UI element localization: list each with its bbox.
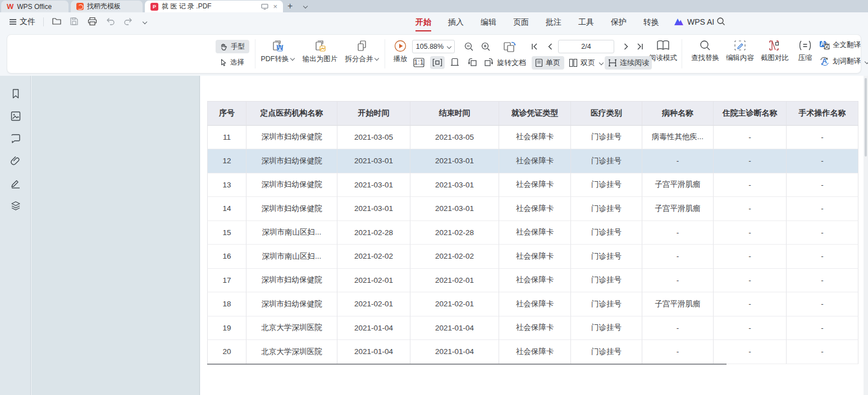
more-actions-chevron-icon[interactable] — [143, 20, 147, 24]
rotate-right-icon[interactable] — [483, 57, 495, 67]
wps-ai-button[interactable]: WPS AI — [674, 12, 714, 31]
continuous-read-button[interactable]: 连续阅读 — [605, 56, 652, 70]
table-cell: 社会保障卡 — [499, 269, 571, 293]
thumbnail-icon[interactable] — [10, 111, 21, 122]
export-image-button[interactable]: 输出为图片 — [299, 39, 341, 64]
navigation-panel[interactable] — [31, 76, 200, 395]
table-cell: 社会保障卡 — [499, 340, 571, 364]
table-cell: 2021-02-28 — [337, 221, 410, 245]
first-page-icon[interactable] — [531, 43, 538, 50]
ribbon-tab-页面[interactable]: 页面 — [513, 12, 529, 31]
table-cell: 社会保障卡 — [499, 292, 571, 316]
fit-width-icon[interactable] — [430, 56, 445, 69]
table-cell: 2021-03-01 — [337, 173, 410, 198]
chevron-down-icon — [865, 59, 868, 63]
new-tab-button[interactable]: + — [287, 0, 293, 12]
scrollbar-thumb[interactable] — [865, 78, 867, 157]
table-cell: - — [714, 245, 787, 269]
rotate-pages-icon[interactable] — [502, 40, 517, 53]
ribbon-tab-工具[interactable]: 工具 — [578, 12, 594, 31]
word-translate-button[interactable]: A 划词翻译 — [819, 57, 868, 66]
signature-icon[interactable] — [10, 178, 21, 189]
fit-page-icon[interactable] — [450, 58, 460, 66]
bookmark-icon[interactable] — [10, 88, 21, 99]
tab-wps-office[interactable]: W WPS Office — [1, 1, 68, 12]
table-cell: - — [714, 173, 787, 198]
docer-logo-icon — [76, 3, 84, 10]
ribbon-tab-批注[interactable]: 批注 — [546, 12, 561, 31]
screenshot-compare-button[interactable]: 截图对比 — [757, 39, 792, 63]
double-page-label: 双页 — [581, 58, 595, 68]
table-cell: - — [714, 126, 787, 150]
comment-icon[interactable] — [10, 133, 21, 144]
edit-content-label: 编辑内容 — [726, 53, 754, 63]
table-cell: 2021-03-01 — [410, 197, 499, 221]
open-file-icon[interactable] — [52, 17, 62, 27]
edit-content-button[interactable]: 编辑内容 — [723, 39, 757, 63]
left-icon-sidebar — [0, 76, 31, 395]
monitor-icon[interactable] — [261, 3, 268, 10]
rotate-left-icon[interactable] — [467, 57, 478, 67]
rotate-doc-button[interactable]: 旋转文档 — [497, 58, 526, 68]
table-cell: 深圳市南山区妇... — [246, 221, 337, 245]
pdf-page[interactable]: 序号定点医药机构名称开始时间结束时间就诊凭证类型医疗类别病种名称住院主诊断名称手… — [200, 76, 868, 395]
select-tool-button[interactable]: 选择 — [216, 56, 249, 69]
zoom-level-select[interactable]: 105.88% — [412, 40, 455, 53]
svg-text:A: A — [822, 57, 827, 65]
split-merge-label: 拆分合并 — [345, 54, 378, 64]
table-cell: 社会保障卡 — [499, 221, 571, 245]
close-tab-icon[interactable]: × — [273, 2, 277, 11]
table-cell: 门诊挂号 — [571, 173, 642, 198]
chevron-down-icon — [599, 61, 604, 65]
table-cell: 16 — [207, 245, 246, 269]
compress-button[interactable]: 压缩 — [792, 39, 818, 63]
toolbar-card: 手型 选择 W PDF转换 输出为图片 拆分合并 — [7, 34, 861, 74]
pdf-convert-button[interactable]: W PDF转换 — [258, 39, 297, 64]
ribbon-tab-转换[interactable]: 转换 — [643, 12, 659, 31]
hamburger-icon — [9, 19, 17, 25]
single-page-button[interactable]: 单页 — [532, 56, 564, 70]
prev-page-icon[interactable] — [546, 43, 554, 50]
ribbon-tab-编辑[interactable]: 编辑 — [481, 12, 496, 31]
chevron-down-icon — [447, 44, 451, 49]
vertical-scrollbar[interactable] — [864, 76, 868, 395]
actual-size-icon[interactable]: 1:1 — [413, 58, 424, 67]
zoom-in-icon[interactable] — [481, 42, 491, 52]
redo-icon[interactable] — [124, 17, 134, 27]
zoom-out-icon[interactable] — [464, 42, 474, 52]
double-page-button[interactable]: 双页 — [569, 56, 603, 70]
tab-label: 就 医 记 录 .PDF — [162, 2, 212, 11]
table-cell: 2021-03-01 — [337, 197, 410, 221]
ribbon-tab-插入[interactable]: 插入 — [448, 12, 464, 31]
file-menu-button[interactable]: 文件 — [9, 17, 35, 27]
ribbon-tab-开始[interactable]: 开始 — [415, 12, 431, 31]
single-page-label: 单页 — [546, 58, 560, 68]
attachment-icon[interactable] — [10, 155, 21, 167]
split-merge-button[interactable]: 拆分合并 — [343, 39, 380, 64]
full-translate-button[interactable]: A文 全文翻译 — [819, 40, 861, 50]
print-icon[interactable] — [88, 17, 98, 27]
table-cell: 2021-02-01 — [410, 269, 499, 293]
play-button[interactable]: 播放 — [388, 39, 413, 64]
search-icon[interactable] — [716, 17, 725, 26]
save-icon[interactable] — [70, 17, 80, 27]
table-cell: 深圳市妇幼保健院 — [246, 126, 337, 150]
table-cell: 门诊挂号 — [571, 245, 642, 269]
tab-medical-record-pdf[interactable]: P 就 医 记 录 .PDF × — [145, 1, 283, 12]
table-cell: - — [787, 292, 858, 316]
table-cell: - — [642, 316, 714, 341]
layers-icon[interactable] — [10, 200, 21, 212]
ribbon-tab-保护[interactable]: 保护 — [611, 12, 627, 31]
find-replace-button[interactable]: 查找替换 — [688, 39, 723, 63]
next-page-icon[interactable] — [622, 43, 630, 50]
find-replace-label: 查找替换 — [691, 53, 719, 63]
undo-icon[interactable] — [106, 17, 116, 27]
tab-docer-templates[interactable]: 找稻壳模板 — [71, 1, 143, 12]
table-cell: 17 — [207, 269, 246, 293]
last-page-icon[interactable] — [636, 43, 644, 50]
hand-tool-button[interactable]: 手型 — [216, 40, 249, 53]
menu-bar: 文件 开始插入编辑页面批注工具保护转换 WPS AI — [0, 12, 868, 31]
page-number-input[interactable]: 2/4 — [558, 40, 614, 53]
tab-list-chevron-icon[interactable] — [303, 4, 308, 8]
select-tool-label: 选择 — [230, 58, 244, 67]
